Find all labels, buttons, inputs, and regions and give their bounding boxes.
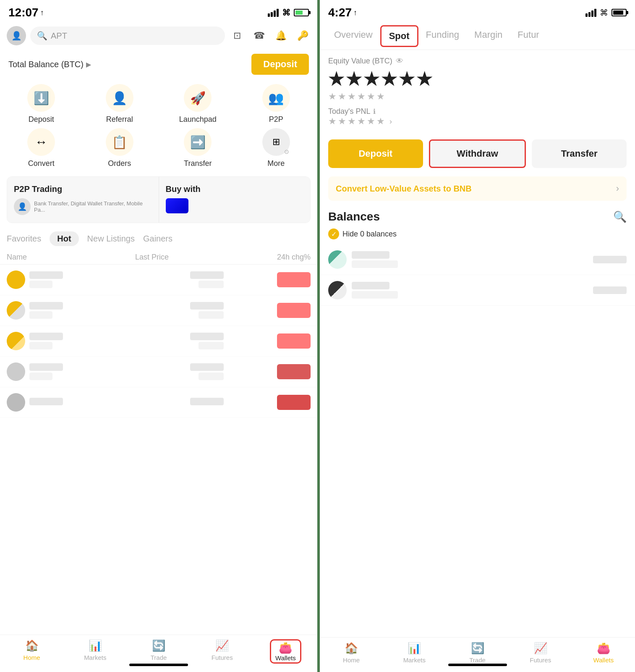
- table-row[interactable]: [0, 326, 317, 357]
- p2p-icon: 👥: [262, 84, 290, 112]
- table-row[interactable]: [0, 295, 317, 326]
- trade-icon: 🔄: [152, 639, 165, 652]
- action-launchpad[interactable]: 🚀 Launchpad: [161, 84, 235, 124]
- right-panel: 4:27 ↑ ⌘ Overview Spot Funding Margin Fu…: [317, 0, 635, 672]
- launchpad-icon: 🚀: [184, 84, 212, 112]
- right-nav-wallets[interactable]: 👛 Wallets: [572, 642, 635, 664]
- coin-thumb-bw: [328, 281, 347, 299]
- coin-thumb: [7, 301, 25, 320]
- equity-sub: ★★★★★★: [328, 91, 627, 102]
- deposit-button[interactable]: Deposit: [251, 54, 309, 75]
- right-nav-futures[interactable]: 📈 Futures: [509, 642, 572, 664]
- change-badge: [277, 272, 311, 287]
- hide-zero-row[interactable]: ✓ Hide 0 balances: [320, 227, 635, 244]
- right-trade-icon: 🔄: [471, 642, 484, 655]
- scan-icon[interactable]: ⊡: [229, 28, 245, 44]
- right-wallets-icon: 👛: [597, 642, 610, 655]
- price-blur: [190, 333, 224, 340]
- pnl-label: Today's PNL ℹ: [328, 107, 627, 116]
- nav-markets[interactable]: 📊 Markets: [63, 639, 127, 664]
- action-more[interactable]: ⊞ ⊙ More: [239, 128, 314, 168]
- coin-name-blur: [29, 363, 63, 371]
- coin-name-blur: [352, 251, 389, 259]
- convert-chevron: ›: [616, 183, 619, 194]
- left-panel: 12:07 ↑ ⌘ 👤 🔍 APT ⊡ ☎ 🔔 🔑: [0, 0, 317, 672]
- balance-row[interactable]: [320, 244, 635, 275]
- tab-new-listings[interactable]: New Listings: [87, 231, 135, 246]
- nav-home-label: Home: [24, 654, 40, 661]
- coin-thumb: [7, 393, 25, 412]
- p2p-person-icon: 👤: [14, 198, 31, 215]
- coin-name-blur: [352, 282, 389, 289]
- table-row[interactable]: [0, 265, 317, 295]
- coin-info: [7, 301, 137, 320]
- coin-thumb-green: [328, 250, 347, 269]
- action-p2p[interactable]: 👥 P2P: [239, 84, 314, 124]
- coin-name-blur: [29, 271, 63, 279]
- table-row[interactable]: [0, 387, 317, 418]
- p2p-promo[interactable]: P2P Trading 👤 Bank Transfer, Digital Wal…: [7, 177, 159, 223]
- tab-futur[interactable]: Futur: [510, 25, 546, 47]
- right-battery-icon: [611, 9, 627, 16]
- tab-bar: Overview Spot Funding Margin Futur: [320, 23, 635, 50]
- right-nav-markets-label: Markets: [403, 656, 426, 664]
- action-p2p-label: P2P: [269, 115, 283, 124]
- tab-hot[interactable]: Hot: [50, 231, 78, 246]
- transfer-button[interactable]: Transfer: [532, 139, 627, 168]
- nav-home[interactable]: 🏠 Home: [0, 639, 63, 664]
- buy-promo[interactable]: Buy with: [159, 177, 311, 223]
- action-convert[interactable]: ↔️ Convert: [4, 128, 78, 168]
- pnl-stars: ★★★★★★: [328, 116, 386, 127]
- price-sub-blur: [199, 311, 224, 319]
- equity-value: ★★★★★★: [328, 69, 627, 89]
- home-icon: 🏠: [25, 639, 39, 652]
- quick-actions-grid: ⬇️ Deposit 👤 Referral 🚀 Launchpad 👥 P2P …: [0, 80, 317, 172]
- transfer-icon: ➡️: [184, 128, 212, 156]
- nav-wallets[interactable]: 👛 Wallets: [254, 639, 317, 664]
- price-sub-blur: [199, 342, 224, 349]
- right-nav-trade[interactable]: 🔄 Trade: [446, 642, 509, 664]
- avatar[interactable]: 👤: [7, 26, 26, 45]
- nav-trade[interactable]: 🔄 Trade: [127, 639, 190, 664]
- table-row[interactable]: [0, 357, 317, 387]
- col-name: Name: [7, 253, 27, 262]
- nav-futures[interactable]: 📈 Futures: [191, 639, 254, 664]
- change-badge: [277, 333, 311, 349]
- coin-pair-blur: [29, 311, 52, 319]
- balance-value-blur: [593, 286, 627, 294]
- balance-row[interactable]: [320, 275, 635, 306]
- deposit-button[interactable]: Deposit: [328, 139, 423, 168]
- action-transfer[interactable]: ➡️ Transfer: [161, 128, 235, 168]
- action-referral-label: Referral: [106, 115, 133, 124]
- tab-favorites[interactable]: Favorites: [7, 231, 41, 246]
- nav-trade-label: Trade: [151, 654, 167, 661]
- balances-title: Balances: [328, 210, 380, 223]
- tab-overview[interactable]: Overview: [327, 25, 380, 47]
- bell-icon[interactable]: 🔔: [273, 28, 289, 44]
- right-nav-home[interactable]: 🏠 Home: [320, 642, 383, 664]
- coin-info: [328, 281, 398, 299]
- tab-gainers[interactable]: Gainers: [143, 231, 172, 246]
- tab-margin[interactable]: Margin: [467, 25, 510, 47]
- p2p-icons: 👤 Bank Transfer, Digital Wallet Transfer…: [14, 198, 152, 215]
- key-icon[interactable]: 🔑: [295, 28, 311, 44]
- p2p-title: P2P Trading: [14, 184, 152, 194]
- search-icon: 🔍: [37, 31, 47, 41]
- tab-spot[interactable]: Spot: [380, 25, 418, 47]
- action-referral[interactable]: 👤 Referral: [83, 84, 157, 124]
- nav-futures-label: Futures: [212, 654, 233, 661]
- right-wifi-icon: ⌘: [600, 8, 608, 18]
- convert-banner[interactable]: Convert Low-Value Assets to BNB ›: [328, 176, 627, 201]
- more-icon: ⊞ ⊙: [262, 128, 290, 156]
- action-orders[interactable]: 📋 Orders: [83, 128, 157, 168]
- tab-funding[interactable]: Funding: [418, 25, 467, 47]
- right-nav-markets[interactable]: 📊 Markets: [383, 642, 446, 664]
- withdraw-button[interactable]: Withdraw: [429, 139, 526, 168]
- support-icon[interactable]: ☎: [251, 28, 267, 44]
- right-nav-wallets-label: Wallets: [593, 656, 614, 664]
- right-status-bar: 4:27 ↑ ⌘: [320, 0, 635, 23]
- action-deposit[interactable]: ⬇️ Deposit: [4, 84, 78, 124]
- price-blur: [190, 302, 224, 310]
- search-bar[interactable]: 🔍 APT: [30, 26, 225, 45]
- balances-search-icon[interactable]: 🔍: [613, 210, 627, 223]
